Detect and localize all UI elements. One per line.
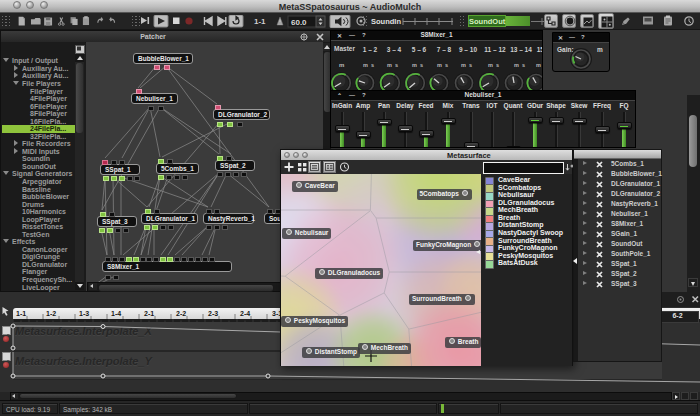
svg-text:1-1: 1-1 <box>254 17 266 26</box>
svg-text:60.0: 60.0 <box>291 18 307 27</box>
